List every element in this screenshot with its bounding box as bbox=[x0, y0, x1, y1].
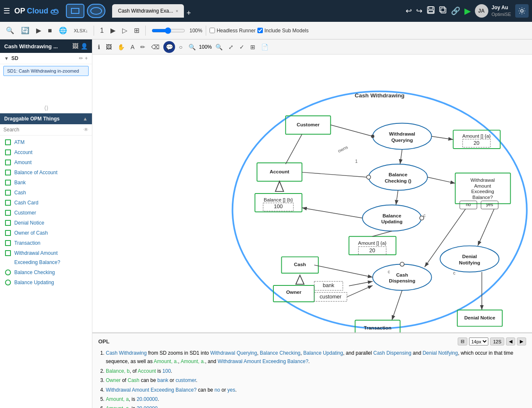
hand-btn[interactable]: ✋ bbox=[115, 42, 127, 52]
list-item-cash[interactable]: Cash bbox=[0, 188, 92, 198]
speech-bubble-btn[interactable]: 💬 bbox=[163, 41, 175, 53]
opl-next-btn[interactable]: ▶ bbox=[517, 337, 526, 345]
amount-label: Amount bbox=[14, 160, 31, 165]
sd-edit-icon[interactable]: ✏ bbox=[79, 55, 83, 61]
no-label: no bbox=[466, 202, 471, 207]
link-button[interactable]: 🔗 bbox=[451, 6, 460, 16]
text-btn[interactable]: A bbox=[128, 42, 136, 52]
check-btn[interactable]: ✓ bbox=[237, 42, 246, 52]
svg-rect-9 bbox=[440, 7, 445, 12]
menu-icon[interactable]: ☰ bbox=[3, 6, 10, 16]
diagram[interactable]: Cash Withdrawing Customer Account Balanc… bbox=[92, 55, 532, 332]
dn-text1: Denial bbox=[462, 254, 477, 259]
pen-btn[interactable]: ✏ bbox=[138, 42, 147, 52]
image-btn[interactable]: 🖼 bbox=[104, 42, 114, 52]
rectangle-tool-button[interactable] bbox=[66, 4, 84, 18]
tab-close-button[interactable]: × bbox=[176, 9, 178, 13]
triangle-play-button[interactable]: ▷ bbox=[120, 25, 130, 36]
list-item-cash-card[interactable]: Cash Card bbox=[0, 198, 92, 208]
stop-button[interactable]: ■ bbox=[45, 25, 55, 36]
list-item-balance-updating[interactable]: Balance Updating bbox=[0, 277, 92, 288]
oval-tool-button[interactable] bbox=[87, 4, 105, 18]
grid-btn[interactable]: ⊞ bbox=[248, 42, 257, 52]
zoom-slider[interactable] bbox=[152, 27, 185, 34]
new-tab-button[interactable]: + bbox=[184, 9, 194, 18]
xlsx-button[interactable]: XLSX↓ bbox=[71, 26, 91, 35]
run-button[interactable]: ▶ bbox=[464, 6, 471, 16]
sd-add-icon[interactable]: + bbox=[85, 55, 88, 61]
headless-runner-label[interactable]: Headless Runner bbox=[210, 28, 256, 34]
opl-font-size-select[interactable]: 14px 12px 16px bbox=[469, 337, 488, 345]
settings-button[interactable] bbox=[515, 4, 529, 18]
arrow-customer-val-cd bbox=[347, 285, 372, 297]
include-sub-models-label[interactable]: Include Sub Models bbox=[257, 28, 309, 34]
opl-12s-btn[interactable]: 12S bbox=[490, 337, 504, 345]
list-item-atm[interactable]: ATM bbox=[0, 137, 92, 147]
balance-checking-label: Balance Checking bbox=[14, 269, 55, 275]
small-circle-bc bbox=[367, 175, 371, 179]
arrow-wq-bc bbox=[400, 149, 402, 164]
arrow-bu-balance bbox=[302, 208, 362, 218]
include-sub-models-checkbox[interactable] bbox=[257, 28, 263, 33]
zoom-in-btn[interactable]: 🔍 bbox=[186, 42, 198, 52]
undo-button[interactable]: ↩ bbox=[406, 6, 412, 16]
canvas-toolbar: ℹ 🖼 ✋ A ✏ ⌫ 💬 ○ 🔍 100% 🔍 ⤢ ✓ ⊞ 📄 bbox=[92, 39, 532, 55]
arrow-cash-cd bbox=[314, 265, 372, 277]
list-item-amount[interactable]: Amount bbox=[0, 157, 92, 167]
list-item-customer[interactable]: Customer bbox=[0, 208, 92, 218]
opl-section: OPL ⊟ 14px 12px 16px 12S ◀ ▶ Cash With bbox=[92, 332, 532, 408]
list-item-balance-of-account[interactable]: Balance of Account bbox=[0, 167, 92, 178]
rect-icon bbox=[71, 8, 80, 14]
withdrawal-amount-icon bbox=[5, 250, 11, 256]
amount-icon bbox=[5, 160, 11, 165]
zoom-out-btn[interactable]: 🔍 bbox=[213, 42, 225, 52]
doc-btn[interactable]: 📄 bbox=[259, 42, 270, 52]
globe-button[interactable]: 🌐 bbox=[56, 25, 70, 36]
drag-collapse-icon[interactable]: ▲ bbox=[83, 116, 88, 122]
list-item-owner-of-cash[interactable]: Owner of Cash bbox=[0, 228, 92, 238]
list-item-balance-checking[interactable]: Balance Checking bbox=[0, 267, 92, 277]
fit-btn[interactable]: ⤢ bbox=[226, 42, 236, 52]
number-button[interactable]: 1 bbox=[97, 25, 106, 36]
arrow-owner-cd bbox=[349, 281, 372, 286]
account-label: Account bbox=[14, 149, 32, 155]
save-button[interactable] bbox=[427, 6, 435, 16]
opl-prev-btn[interactable]: ◀ bbox=[506, 337, 515, 345]
visibility-icon[interactable]: 👁 bbox=[84, 127, 89, 133]
c-label-2: c bbox=[453, 270, 456, 275]
oval-icon bbox=[89, 6, 103, 16]
circle-btn[interactable]: ○ bbox=[177, 42, 184, 52]
list-item-withdrawal-amount[interactable]: Withdrawal Amount Exceeding Balance? bbox=[0, 248, 92, 267]
separator-1 bbox=[94, 26, 94, 36]
analysis-button[interactable]: 🔍 bbox=[3, 25, 17, 36]
list-item-transaction[interactable]: Transaction bbox=[0, 238, 92, 248]
play-button[interactable]: ▶ bbox=[34, 25, 44, 36]
opl-shrink-btn[interactable]: ⊟ bbox=[458, 337, 467, 345]
run2-button[interactable]: ▶ bbox=[108, 25, 118, 36]
search-input[interactable] bbox=[3, 127, 81, 133]
tab-cash-withdrawing[interactable]: Cash Withdrawing Exa... × bbox=[112, 4, 184, 18]
list-item-bank[interactable]: Bank bbox=[0, 178, 92, 188]
headless-runner-checkbox[interactable] bbox=[210, 28, 215, 33]
collapse-handle[interactable]: ⟨⟩ bbox=[0, 103, 92, 113]
top-bar: ☰ OPCloud Cash Withdrawing Exa... × + ↩ … bbox=[0, 0, 532, 22]
user-org: OptimiSE bbox=[492, 11, 511, 17]
copy-button[interactable] bbox=[439, 6, 447, 16]
sd-item-1[interactable]: SD1: Cash Withdrawing in-zoomed bbox=[3, 66, 89, 76]
logo-cloud-icon bbox=[50, 7, 59, 15]
copy-icon bbox=[439, 6, 447, 14]
grid-button[interactable]: ⊞ bbox=[131, 25, 142, 36]
refresh-button[interactable]: 🔄 bbox=[18, 25, 32, 36]
list-item-account[interactable]: Account bbox=[0, 147, 92, 157]
redo-button[interactable]: ↪ bbox=[416, 6, 422, 16]
user-icon[interactable]: 👤 bbox=[81, 43, 88, 50]
info-button[interactable]: ℹ bbox=[96, 42, 102, 52]
svg-rect-8 bbox=[441, 8, 446, 13]
eraser-btn[interactable]: ⌫ bbox=[149, 42, 162, 52]
image-icon[interactable]: 🖼 bbox=[72, 43, 78, 50]
user-name: Joy Au bbox=[492, 5, 511, 11]
list-item-denial-notice[interactable]: Denial Notice bbox=[0, 218, 92, 228]
bank-label: Bank bbox=[14, 180, 26, 186]
bu-text1: Balance bbox=[383, 213, 401, 218]
customer-val-text: customer bbox=[320, 294, 341, 300]
